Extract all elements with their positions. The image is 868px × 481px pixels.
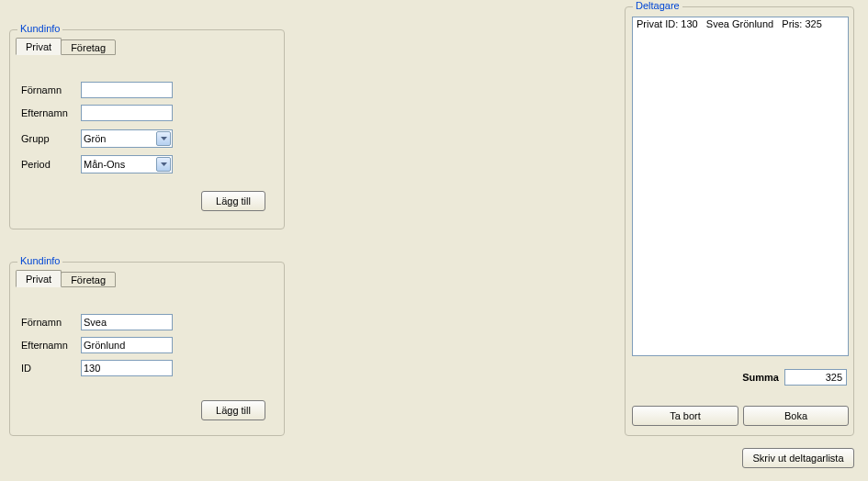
select-grupp[interactable]: Grön (81, 129, 173, 148)
list-item[interactable]: Privat ID: 130 Svea Grönlund Pris: 325 (633, 17, 848, 30)
input-efternamn[interactable] (81, 105, 173, 121)
tab-privat-bottom[interactable]: Privat (16, 270, 62, 287)
kundinfo-top-title: Kundinfo (17, 23, 62, 34)
tab-foretag-bottom[interactable]: Företag (61, 272, 116, 287)
tab-foretag[interactable]: Företag (61, 39, 116, 55)
tab-privat[interactable]: Privat (16, 38, 62, 55)
deltagare-title: Deltagare (633, 0, 682, 11)
kundinfo-bottom-title: Kundinfo (17, 255, 62, 266)
kundinfo-top-group: Kundinfo Privat Företag Förnamn Efternam… (9, 29, 285, 229)
label-fornamn: Förnamn (21, 84, 81, 95)
chevron-down-icon (156, 131, 171, 146)
label-period: Period (21, 159, 81, 170)
chevron-down-icon (156, 157, 171, 172)
label-id: ID (21, 363, 81, 374)
input-fornamn-bottom[interactable] (81, 314, 173, 330)
deltagare-group: Deltagare Privat ID: 130 Svea Grönlund P… (625, 6, 854, 436)
book-button[interactable]: Boka (743, 406, 849, 426)
select-grupp-value: Grön (84, 133, 106, 144)
label-grupp: Grupp (21, 133, 81, 144)
select-period-value: Mån-Ons (84, 159, 125, 170)
input-efternamn-bottom[interactable] (81, 337, 173, 353)
remove-button[interactable]: Ta bort (632, 406, 738, 426)
add-button-top[interactable]: Lägg till (201, 191, 265, 211)
kundinfo-top-tabs: Privat Företag (16, 39, 115, 58)
print-button[interactable]: Skriv ut deltagarlista (742, 448, 854, 468)
label-fornamn-bottom: Förnamn (21, 317, 81, 328)
input-fornamn[interactable] (81, 82, 173, 98)
label-efternamn: Efternamn (21, 107, 81, 118)
label-efternamn-bottom: Efternamn (21, 340, 81, 351)
summa-value (784, 369, 847, 386)
input-id[interactable] (81, 360, 173, 376)
deltagare-list[interactable]: Privat ID: 130 Svea Grönlund Pris: 325 (632, 17, 849, 356)
select-period[interactable]: Mån-Ons (81, 155, 173, 173)
add-button-bottom[interactable]: Lägg till (201, 400, 265, 420)
kundinfo-bottom-group: Kundinfo Privat Företag Förnamn Efternam… (9, 262, 285, 436)
kundinfo-bottom-tabs: Privat Företag (16, 272, 115, 290)
summa-label: Summa (742, 372, 779, 383)
